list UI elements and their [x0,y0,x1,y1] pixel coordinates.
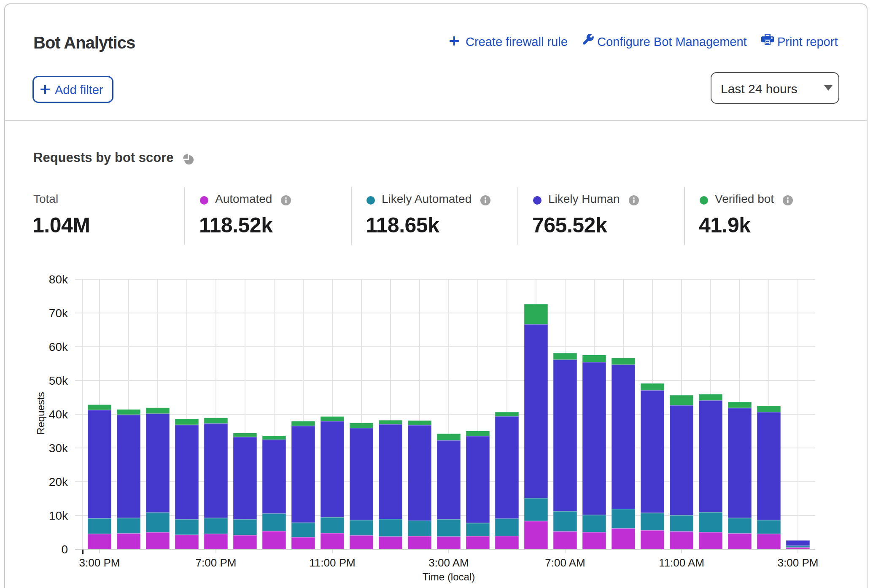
svg-text:40k: 40k [49,408,68,421]
svg-text:3:00 AM: 3:00 AM [428,556,469,569]
svg-text:Requests: Requests [35,392,46,434]
svg-text:20k: 20k [49,475,68,488]
svg-text:80k: 80k [49,273,68,286]
svg-text:11:00 PM: 11:00 PM [309,556,355,569]
svg-text:3:00 PM: 3:00 PM [778,556,819,569]
svg-text:11:00 AM: 11:00 AM [659,556,704,569]
svg-text:3:00 PM: 3:00 PM [79,556,120,569]
svg-text:0: 0 [61,543,68,556]
svg-text:50k: 50k [49,374,68,387]
svg-text:Time (local): Time (local) [423,571,475,583]
svg-text:10k: 10k [49,509,68,522]
svg-text:70k: 70k [49,307,68,320]
svg-text:7:00 AM: 7:00 AM [545,556,585,569]
svg-text:7:00 PM: 7:00 PM [196,556,237,569]
svg-text:60k: 60k [49,340,68,353]
svg-text:30k: 30k [49,442,68,455]
